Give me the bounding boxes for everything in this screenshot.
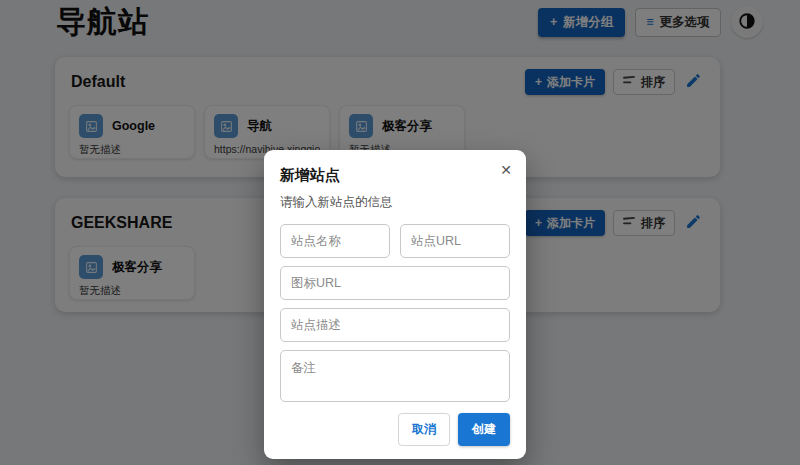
cancel-button[interactable]: 取消 [398, 413, 450, 446]
icon-url-input[interactable] [280, 266, 510, 300]
close-button[interactable]: ✕ [500, 163, 512, 177]
field-row [280, 224, 510, 258]
dialog-subtitle: 请输入新站点的信息 [280, 194, 510, 211]
add-site-dialog: 新增站点 ✕ 请输入新站点的信息 取消 创建 [264, 150, 526, 459]
site-url-input[interactable] [400, 224, 510, 258]
site-name-input[interactable] [280, 224, 390, 258]
close-icon: ✕ [500, 162, 512, 178]
notes-textarea[interactable] [280, 350, 510, 402]
create-button[interactable]: 创建 [458, 413, 510, 446]
dialog-title: 新增站点 [280, 166, 510, 185]
dialog-footer: 取消 创建 [280, 413, 510, 446]
site-description-input[interactable] [280, 308, 510, 342]
